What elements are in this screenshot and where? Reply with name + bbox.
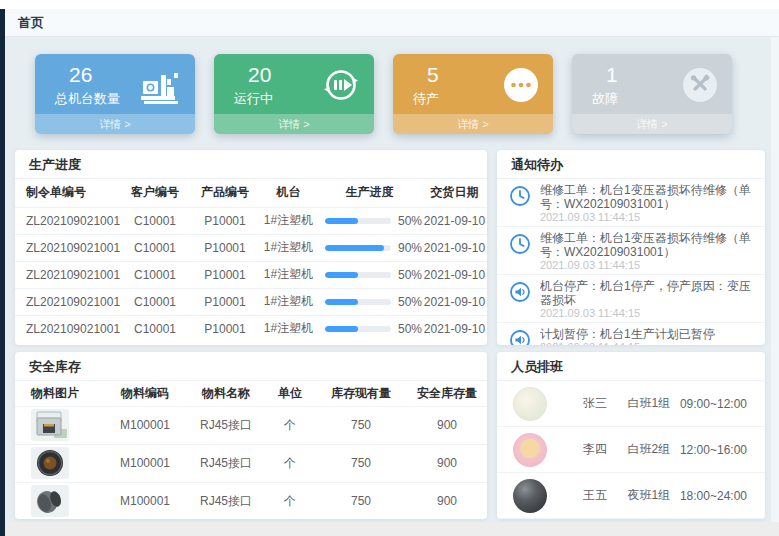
speaker-side-photo — [31, 485, 69, 517]
delivery-date-cell: 2021-09-10 — [422, 288, 487, 315]
speaker-front-photo — [31, 447, 69, 479]
staff-time-range: 12:00~16:00 — [680, 443, 749, 457]
staff-name: 张三 — [583, 395, 627, 412]
staff-shift: 夜班1组 — [627, 487, 679, 504]
col-customer-no: 客户编号 — [120, 179, 190, 207]
customer-no-cell: C10001 — [120, 288, 190, 315]
stat-card[interactable]: 5 待产 — [393, 54, 553, 134]
customer-no-cell: C10001 — [120, 261, 190, 288]
col-unit: 单位 — [265, 381, 315, 406]
staff-row: 张三 白班1组 09:00~12:00 — [497, 381, 765, 427]
stat-card-text: 1 故障 — [592, 63, 618, 108]
stock-table-row: M100001 RJ45接口 个 750 900 — [15, 482, 487, 519]
stat-card-text: 26 总机台数量 — [55, 63, 120, 108]
notice-body: 机台停产：机台1停产，停产原因：变压器损坏 2021.09.03 11:44:1… — [540, 279, 753, 320]
notice-text: 维修工单：机台1变压器损坏待维修（单号：WX202109031001） — [540, 231, 753, 259]
running-icon — [322, 66, 360, 104]
stock-panel-title: 安全库存 — [15, 352, 487, 381]
notice-text: 维修工单：机台1变压器损坏待维修（单号：WX202109031001） — [540, 183, 753, 211]
col-safety-qty: 安全库存量 — [407, 381, 487, 406]
col-material-image: 物料图片 — [15, 381, 103, 406]
production-table-row: ZL202109021001 C10001 P10001 1#注塑机 90% — [15, 234, 487, 261]
progress-fill — [325, 272, 358, 278]
delivery-date-cell: 2021-09-10 — [422, 207, 487, 234]
customer-no-cell: C10001 — [120, 234, 190, 261]
progress-track — [325, 326, 391, 332]
unit-cell: 个 — [265, 444, 315, 482]
material-image — [31, 409, 69, 441]
safety-qty-cell: 900 — [407, 482, 487, 519]
stat-value: 1 — [606, 63, 618, 87]
stat-label: 待产 — [413, 90, 439, 108]
stat-card[interactable]: 20 运行中 — [214, 54, 374, 134]
production-table-row: ZL202109021001 C10001 P10001 1#注塑机 50% — [15, 288, 487, 315]
stat-card[interactable]: 1 故障 — [572, 54, 732, 134]
material-code-cell: M100001 — [103, 444, 187, 482]
dashboard-content: 26 总机台数量 — [5, 37, 771, 522]
qty-on-hand-cell: 750 — [315, 406, 407, 444]
material-name-cell: RJ45接口 — [187, 444, 265, 482]
progress-track — [325, 272, 391, 278]
stock-table-row: M100001 RJ45接口 个 750 900 — [15, 406, 487, 444]
notice-item[interactable]: 维修工单：机台1变压器损坏待维修（单号：WX202109031001） 2021… — [497, 179, 765, 227]
safety-stock-table: 物料图片 物料编码 物料名称 单位 库存现有量 安全库存量 — [15, 381, 487, 519]
staff-schedule-panel: 人员排班 张三 白班1组 09:00~12:00 李四 白班2组 12:00~1… — [497, 352, 765, 519]
progress-fill — [325, 326, 358, 332]
progress-percent: 50% — [398, 295, 422, 309]
notice-item[interactable]: 维修工单：机台1变压器损坏待维修（单号：WX202109031001） 2021… — [497, 227, 765, 275]
staff-shift: 白班1组 — [627, 395, 679, 412]
staff-shift: 白班2组 — [627, 441, 679, 458]
product-no-cell: P10001 — [190, 234, 260, 261]
col-material-name: 物料名称 — [187, 381, 265, 406]
stock-header-row: 物料图片 物料编码 物料名称 单位 库存现有量 安全库存量 — [15, 381, 487, 406]
order-no-cell: ZL202109021001 — [15, 234, 120, 261]
staff-list: 张三 白班1组 09:00~12:00 李四 白班2组 12:00~16:00 … — [497, 381, 765, 519]
col-order-no: 制令单编号 — [15, 179, 120, 207]
notice-timestamp: 2021.09.03 11:44:15 — [540, 211, 753, 224]
scrollbar-track — [771, 37, 779, 522]
machine-cell: 1#注塑机 — [260, 207, 317, 234]
progress-track — [325, 299, 391, 305]
staff-row: 李四 白班2组 12:00~16:00 — [497, 427, 765, 473]
machine-cell: 1#注塑机 — [260, 234, 317, 261]
notice-body: 计划暂停：机台1生产计划已暂停 2021.09.03 11:44:15 — [540, 327, 753, 345]
col-material-code: 物料编码 — [103, 381, 187, 406]
production-table-row: ZL202109021001 C10001 P10001 1#注塑机 50% — [15, 261, 487, 288]
tab-home[interactable]: 首页 — [18, 9, 44, 36]
stock-table-row: M100001 RJ45接口 个 750 900 — [15, 444, 487, 482]
staff-name: 李四 — [583, 441, 627, 458]
progress-cell: 50% — [317, 261, 422, 288]
stat-label: 总机台数量 — [55, 90, 120, 108]
speaker-icon — [509, 281, 531, 303]
clock-icon — [509, 233, 531, 255]
notice-icon-wrap — [509, 281, 531, 303]
staff-name: 王五 — [583, 487, 627, 504]
production-progress-panel: 生产进度 制令单编号 客户编号 产品编号 机台 生产进度 交货日期 — [15, 150, 487, 345]
order-no-cell: ZL202109021001 — [15, 288, 120, 315]
unit-cell: 个 — [265, 406, 315, 444]
notice-item[interactable]: 机台停产：机台1停产，停产原因：变压器损坏 2021.09.03 11:44:1… — [497, 275, 765, 323]
progress-track — [325, 218, 391, 224]
notice-icon-wrap — [509, 185, 531, 207]
bottom-page-strip — [5, 522, 779, 536]
customer-no-cell: C10001 — [120, 315, 190, 342]
ellipsis-icon — [503, 67, 539, 103]
stat-value: 5 — [427, 63, 439, 87]
stat-card[interactable]: 26 总机台数量 — [35, 54, 195, 134]
notice-item[interactable]: 计划暂停：机台1生产计划已暂停 2021.09.03 11:44:15 — [497, 323, 765, 345]
safety-stock-panel: 安全库存 物料图片 物料编码 物料名称 单位 库存现有量 安全库存量 — [15, 352, 487, 519]
stat-cards-row: 26 总机台数量 — [35, 54, 732, 134]
card-detail-link[interactable]: 详情 > — [35, 114, 195, 134]
delivery-date-cell: 2021-09-10 — [422, 315, 487, 342]
stat-label: 运行中 — [234, 90, 273, 108]
order-no-cell: ZL202109021001 — [15, 315, 120, 342]
progress-fill — [325, 218, 358, 224]
machine-cell: 1#注塑机 — [260, 261, 317, 288]
card-detail-link[interactable]: 详情 > — [572, 114, 732, 134]
stat-value: 20 — [248, 63, 273, 87]
order-no-cell: ZL202109021001 — [15, 207, 120, 234]
card-detail-link[interactable]: 详情 > — [393, 114, 553, 134]
staff-panel-title: 人员排班 — [497, 352, 765, 381]
progress-track — [325, 245, 391, 251]
card-detail-link[interactable]: 详情 > — [214, 114, 374, 134]
